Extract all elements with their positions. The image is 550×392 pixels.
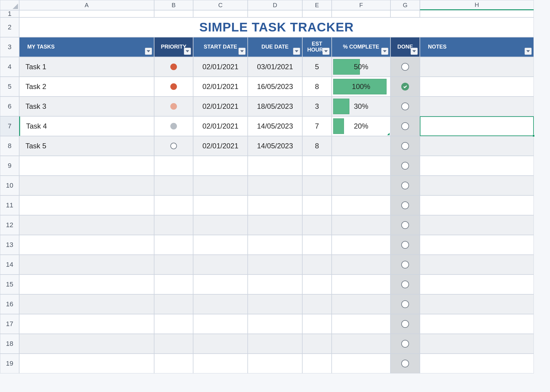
cell-B12[interactable] <box>154 215 193 235</box>
cell-H9[interactable] <box>420 156 534 176</box>
cell-E6[interactable]: 3 <box>302 97 332 116</box>
cell-B18[interactable] <box>154 334 193 354</box>
cell-H1[interactable] <box>420 10 534 17</box>
row-header-8[interactable]: 8 <box>0 136 19 156</box>
cell-F8[interactable] <box>332 136 390 156</box>
cell-A6[interactable]: Task 3 <box>19 97 154 116</box>
cell-H13[interactable] <box>420 235 534 255</box>
cell-G9[interactable] <box>390 156 420 176</box>
cell-B7[interactable] <box>154 116 193 136</box>
cell-E13[interactable] <box>302 235 332 255</box>
cell-E1[interactable] <box>302 10 332 17</box>
cell-B15[interactable] <box>154 275 193 294</box>
cell-D17[interactable] <box>248 314 302 334</box>
cell-C12[interactable] <box>193 215 248 235</box>
filter-priority[interactable] <box>184 48 191 55</box>
cell-A12[interactable] <box>19 215 154 235</box>
cell-F5[interactable]: 100% <box>332 77 390 97</box>
cell-G15[interactable] <box>390 275 420 294</box>
filter-est_hours[interactable] <box>322 48 330 55</box>
cell-G13[interactable] <box>390 235 420 255</box>
cell-H11[interactable] <box>420 195 534 215</box>
row-header-3[interactable]: 3 <box>0 37 19 57</box>
cell-F15[interactable] <box>332 275 390 294</box>
cell-G5[interactable] <box>390 77 420 97</box>
col-header-A[interactable]: A <box>19 0 154 10</box>
cell-B14[interactable] <box>154 255 193 275</box>
cell-F12[interactable] <box>332 215 390 235</box>
cell-C14[interactable] <box>193 255 248 275</box>
cell-C4[interactable]: 02/01/2021 <box>193 57 248 77</box>
row-header-9[interactable]: 9 <box>0 156 19 176</box>
cell-B1[interactable] <box>154 10 193 17</box>
col-header-E[interactable]: E <box>302 0 332 10</box>
selection-handle[interactable] <box>532 135 535 137</box>
row-header-6[interactable]: 6 <box>0 97 19 116</box>
cell-G6[interactable] <box>390 97 420 116</box>
cell-A18[interactable] <box>19 334 154 354</box>
cell-B8[interactable] <box>154 136 193 156</box>
row-header-14[interactable]: 14 <box>0 255 19 275</box>
select-all-corner[interactable] <box>0 0 19 10</box>
cell-C5[interactable]: 02/01/2021 <box>193 77 248 97</box>
filter-start_date[interactable] <box>238 48 246 55</box>
cell-F7[interactable]: 20% <box>332 116 390 136</box>
cell-A11[interactable] <box>19 195 154 215</box>
cell-H15[interactable] <box>420 275 534 294</box>
cell-B9[interactable] <box>154 156 193 176</box>
cell-F4[interactable]: 50% <box>332 57 390 77</box>
cell-D15[interactable] <box>248 275 302 294</box>
cell-C10[interactable] <box>193 176 248 195</box>
cell-A7[interactable]: Task 4 <box>19 116 154 136</box>
cell-G16[interactable] <box>390 294 420 314</box>
cell-B19[interactable] <box>154 354 193 373</box>
cell-A10[interactable] <box>19 176 154 195</box>
cell-G7[interactable] <box>390 116 420 136</box>
cell-F13[interactable] <box>332 235 390 255</box>
cell-D8[interactable]: 14/05/2023 <box>248 136 302 156</box>
row-header-5[interactable]: 5 <box>0 77 19 97</box>
cell-A8[interactable]: Task 5 <box>19 136 154 156</box>
cell-H7[interactable] <box>420 116 534 136</box>
cell-E10[interactable] <box>302 176 332 195</box>
cell-E8[interactable]: 8 <box>302 136 332 156</box>
cell-D18[interactable] <box>248 334 302 354</box>
col-header-C[interactable]: C <box>193 0 248 10</box>
cell-D7[interactable]: 14/05/2023 <box>248 116 302 136</box>
cell-B17[interactable] <box>154 314 193 334</box>
cell-G12[interactable] <box>390 215 420 235</box>
cell-G17[interactable] <box>390 314 420 334</box>
col-header-G[interactable]: G <box>390 0 420 10</box>
row-header-19[interactable]: 19 <box>0 354 19 373</box>
cell-H14[interactable] <box>420 255 534 275</box>
cell-C13[interactable] <box>193 235 248 255</box>
cell-H16[interactable] <box>420 294 534 314</box>
cell-D6[interactable]: 18/05/2023 <box>248 97 302 116</box>
cell-E11[interactable] <box>302 195 332 215</box>
cell-H5[interactable] <box>420 77 534 97</box>
cell-A5[interactable]: Task 2 <box>19 77 154 97</box>
cell-H19[interactable] <box>420 354 534 373</box>
cell-H18[interactable] <box>420 334 534 354</box>
cell-F19[interactable] <box>332 354 390 373</box>
cell-D13[interactable] <box>248 235 302 255</box>
cell-F11[interactable] <box>332 195 390 215</box>
cell-E15[interactable] <box>302 275 332 294</box>
cell-D11[interactable] <box>248 195 302 215</box>
cell-H6[interactable] <box>420 97 534 116</box>
cell-E9[interactable] <box>302 156 332 176</box>
cell-D14[interactable] <box>248 255 302 275</box>
cell-A15[interactable] <box>19 275 154 294</box>
row-header-17[interactable]: 17 <box>0 314 19 334</box>
cell-G11[interactable] <box>390 195 420 215</box>
cell-C9[interactable] <box>193 156 248 176</box>
row-header-13[interactable]: 13 <box>0 235 19 255</box>
col-header-B[interactable]: B <box>154 0 193 10</box>
filter-pct_complete[interactable] <box>381 48 388 55</box>
cell-F17[interactable] <box>332 314 390 334</box>
cell-E4[interactable]: 5 <box>302 57 332 77</box>
cell-C16[interactable] <box>193 294 248 314</box>
col-header-D[interactable]: D <box>248 0 302 10</box>
cell-B13[interactable] <box>154 235 193 255</box>
cell-H4[interactable] <box>420 57 534 77</box>
